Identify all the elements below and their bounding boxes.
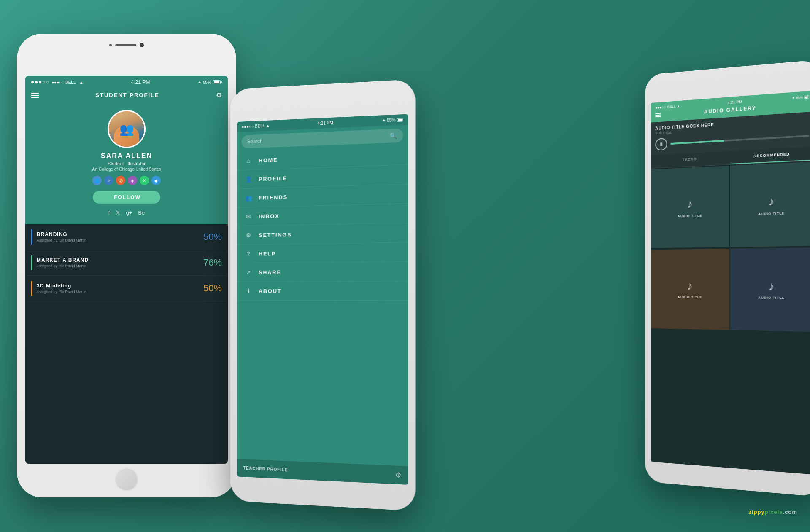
music-icon-2: ♪: [768, 194, 774, 208]
user-name: SARA ALLEN: [101, 152, 152, 160]
signal-dot: [31, 81, 34, 83]
nav-item-share[interactable]: ↗ SHARE: [237, 262, 408, 282]
home-button[interactable]: [116, 468, 137, 489]
avatar-image: [109, 111, 144, 147]
signal-dot-empty: [46, 81, 49, 83]
course-info-2: MARKET A BRAND Assigned by: Sir David Ma…: [37, 257, 199, 268]
profile-section: SARA ALLEN Student- Illustrator Art Coll…: [25, 103, 228, 224]
signal-dot: [35, 81, 38, 83]
app-icon-1[interactable]: 🌐: [92, 176, 102, 185]
share-icon: ↗: [245, 269, 252, 276]
app-icon-3[interactable]: 🎨: [116, 176, 125, 185]
battery-icon: [213, 80, 222, 84]
audio-title-4: AUDIO TITLE: [758, 296, 785, 300]
app-icon-5[interactable]: ✕: [140, 176, 149, 185]
courses-section: BRANDING Assigned by: Sir David Martin 5…: [25, 224, 228, 464]
progress-bar[interactable]: [670, 135, 809, 145]
phone2-device: ●●●○○ BELL ▲ 4:21 PM ✦ 85% Search 🔍 ⌂ HO…: [230, 79, 416, 511]
menu-icon[interactable]: [31, 93, 39, 98]
avatar: [108, 110, 146, 148]
p3-battery-text: 85%: [796, 95, 803, 99]
behance-icon[interactable]: Bē: [138, 210, 145, 216]
signal-dot-empty: [43, 81, 45, 83]
course-percent-2: 76%: [203, 257, 222, 268]
settings-icon[interactable]: ⚙: [216, 91, 222, 99]
audio-gallery-title: AUDIO GALLERY: [704, 105, 756, 115]
signal-strength: [31, 81, 49, 83]
nav-home-label: HOME: [259, 156, 278, 163]
audio-grid-bottom: ♪ AUDIO TITLE ♪ AUDIO TITLE: [651, 247, 810, 333]
p3-battery: [804, 95, 810, 99]
p2-bluetooth: ✦: [382, 118, 386, 123]
friends-icon: 👥: [245, 194, 252, 201]
carrier-label: ●●●○○ BELL: [51, 80, 76, 85]
audio-card-4[interactable]: ♪ AUDIO TITLE: [730, 248, 810, 332]
course-item[interactable]: 3D Modeling Assigned by: Sir David Marti…: [25, 276, 228, 301]
music-icon-3: ♪: [687, 279, 692, 293]
nav-item-about[interactable]: ℹ ABOUT: [237, 281, 408, 301]
phone3-body: ●●●○○ BELL ▲ 4:21 PM ✦ 85% AUDIO GALLERY: [645, 59, 810, 497]
search-bar[interactable]: Search 🔍: [242, 129, 403, 149]
course-info-3: 3D Modeling Assigned by: Sir David Marti…: [37, 283, 199, 294]
app-icon-2[interactable]: ↗: [104, 176, 113, 185]
nav-help-label: HELP: [259, 250, 276, 257]
follow-button[interactable]: FOLLOW: [93, 191, 160, 204]
course-item[interactable]: MARKET A BRAND Assigned by: Sir David Ma…: [25, 250, 228, 276]
teacher-gear-icon[interactable]: ⚙: [395, 471, 402, 479]
watermark-zippy: zippy: [749, 509, 765, 515]
audio-title-2: AUDIO TITLE: [758, 211, 785, 216]
twitter-icon[interactable]: 𝕏: [116, 210, 120, 216]
phone3-screen: ●●●○○ BELL ▲ 4:21 PM ✦ 85% AUDIO GALLERY: [651, 91, 810, 475]
front-sensor: [109, 44, 112, 46]
course-bar-2: [31, 255, 32, 270]
course-title-2: MARKET A BRAND: [37, 257, 199, 263]
app-icon-6[interactable]: ◆: [151, 176, 161, 185]
course-assigned-1: Assigned by: Sir David Martin: [37, 238, 199, 242]
nav-about-label: ABOUT: [259, 288, 282, 294]
music-icon-1: ♪: [687, 197, 692, 211]
p2-time: 4:21 PM: [317, 121, 333, 126]
front-camera: [140, 43, 144, 47]
nav-item-help[interactable]: ? HELP: [237, 242, 408, 263]
googleplus-icon[interactable]: g+: [126, 210, 132, 216]
course-assigned-2: Assigned by: Sir David Martin: [37, 264, 199, 268]
nav-profile-label: PROFILE: [259, 175, 287, 182]
nav-settings-label: SETTINGS: [259, 231, 292, 238]
course-item[interactable]: BRANDING Assigned by: Sir David Martin 5…: [25, 224, 228, 250]
phone1-page-title: STUDENT PROFILE: [39, 92, 216, 98]
signal-dot: [39, 81, 41, 83]
nav-item-settings[interactable]: ⚙ SETTINGS: [237, 223, 408, 245]
course-bar-1: [31, 229, 32, 245]
phone3-device: ●●●○○ BELL ▲ 4:21 PM ✦ 85% AUDIO GALLERY: [645, 59, 810, 497]
audio-card-1[interactable]: ♪ AUDIO TITLE: [651, 166, 729, 248]
p2-carrier: ●●●○○ BELL ▲: [242, 123, 270, 129]
inbox-icon: ✉: [245, 213, 252, 220]
progress-fill: [670, 140, 724, 145]
app-icon-4[interactable]: ◈: [128, 176, 137, 185]
teacher-profile-section[interactable]: TEACHER PROFILE ⚙: [237, 459, 408, 485]
social-links-row: f 𝕏 g+ Bē: [108, 210, 145, 216]
audio-menu-icon[interactable]: [655, 113, 661, 118]
p3-carrier: ●●●○○ BELL ▲: [655, 104, 680, 110]
watermark: zippypixels.com: [749, 509, 797, 515]
course-bar-3: [31, 281, 32, 296]
audio-grid-top: ♪ AUDIO TITLE ♪ AUDIO TITLE: [651, 161, 810, 249]
nav-settings-icon: ⚙: [245, 232, 252, 239]
nav-item-inbox[interactable]: ✉ INBOX: [237, 204, 408, 226]
facebook-icon[interactable]: f: [108, 210, 110, 216]
p2-battery-text: 85%: [387, 118, 396, 123]
audio-card-3[interactable]: ♪ AUDIO TITLE: [651, 249, 729, 330]
search-placeholder: Search: [247, 138, 263, 145]
watermark-pixels: pixels: [765, 509, 783, 515]
wifi-icon: ▲: [79, 80, 83, 85]
course-percent-3: 50%: [203, 283, 222, 294]
user-role: Student- Illustrator: [108, 161, 146, 166]
audio-card-2[interactable]: ♪ AUDIO TITLE: [730, 162, 810, 247]
bluetooth-icon: ✦: [198, 80, 201, 85]
nav-inbox-label: INBOX: [259, 213, 280, 220]
teacher-profile-label: TEACHER PROFILE: [243, 466, 288, 473]
battery-percent: 85%: [203, 80, 211, 85]
pause-button[interactable]: ⏸: [655, 138, 667, 151]
help-icon: ?: [245, 250, 252, 257]
audio-title-3: AUDIO TITLE: [678, 295, 702, 299]
